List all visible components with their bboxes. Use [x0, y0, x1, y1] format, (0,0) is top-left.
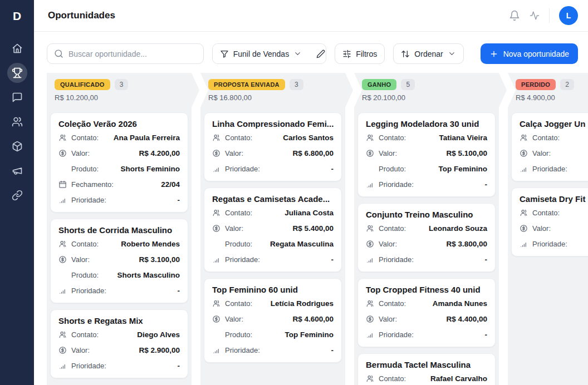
opportunity-card[interactable]: Conjunto Treino Masculino Contato: Leona…	[357, 203, 496, 272]
priority-icon	[58, 196, 67, 204]
trophy-icon	[12, 67, 23, 78]
column-header: GANHO 5 R$ 20.100,00	[354, 73, 507, 107]
chevron-down-icon	[293, 50, 302, 58]
card-field-row: Produto: Regata Masculina	[212, 236, 334, 251]
arrow-up-down-icon	[401, 50, 410, 58]
card-field-row: Valor:	[520, 145, 588, 161]
field-value: Roberto Mendes	[115, 240, 180, 248]
search-box[interactable]	[47, 43, 204, 64]
opportunity-card[interactable]: Regatas e Camisetas Acade... Contato: Ju…	[204, 187, 342, 272]
sidebar-item-home[interactable]	[7, 38, 27, 58]
opportunity-card[interactable]: Top Cropped Fitness 40 unid Contato: Ama…	[357, 278, 496, 347]
card-title: Legging Modeladora 30 unid	[366, 119, 487, 130]
field-value: R$ 4.200,00	[133, 149, 180, 157]
sidebar-item-users[interactable]	[7, 112, 27, 132]
field-value: R$ 6.800,00	[287, 149, 334, 157]
card-title: Shorts de Corrida Masculino	[58, 225, 180, 236]
card-title: Conjunto Treino Masculino	[366, 209, 487, 220]
field-label: Prioridade:	[71, 196, 106, 204]
bell-icon[interactable]	[509, 10, 520, 21]
field-value: Ana Paula Ferreira	[108, 134, 180, 142]
field-label: Produto:	[71, 165, 99, 173]
contact-icon	[520, 209, 528, 217]
card-title: Calça Jogger Un	[520, 119, 588, 130]
field-value: Juliana Costa	[279, 209, 334, 217]
toolbar: Funil de Vendas Filtros Ordenar Nova opo…	[34, 32, 588, 64]
card-field-row: Prioridade: -	[58, 358, 180, 373]
avatar[interactable]: L	[559, 6, 578, 25]
field-label: Valor:	[379, 315, 397, 323]
field-label: Contato:	[71, 240, 99, 248]
opportunity-card[interactable]: Camiseta Dry Fit Contato: Valor: Priorid…	[511, 187, 588, 256]
priority-icon	[366, 330, 374, 339]
contact-icon	[58, 330, 67, 339]
opportunity-card[interactable]: Shorts e Regatas Mix Contato: Diego Alve…	[50, 309, 188, 378]
card-fields: Contato: Tatiana Vieira Valor: R$ 5.100,…	[366, 130, 487, 192]
opportunity-card[interactable]: Legging Modeladora 30 unid Contato: Tati…	[357, 112, 496, 197]
sort-button[interactable]: Ordenar	[393, 43, 463, 64]
sidebar-item-megaphone[interactable]	[7, 161, 27, 181]
card-fields: Contato: Leonardo Souza Valor: R$ 3.800,…	[366, 220, 487, 267]
column-badge-row: QUALIFICADO 3	[55, 79, 192, 90]
field-value: Regata Masculina	[264, 240, 334, 248]
field-label: Contato:	[71, 330, 99, 339]
opportunity-card[interactable]: Linha Compressionado Femi... Contato: Ca…	[204, 112, 342, 181]
column-header: QUALIFICADO 3 R$ 10.200,00	[47, 73, 199, 107]
edit-funnel-button[interactable]	[309, 44, 326, 63]
stage-badge: PROPOSTA ENVIADA	[208, 79, 285, 90]
activity-icon[interactable]	[530, 11, 540, 21]
stage-badge: QUALIFICADO	[55, 79, 110, 90]
column-total: R$ 10.200,00	[55, 93, 192, 102]
field-label: Contato:	[532, 134, 560, 142]
card-field-row: Contato:	[520, 130, 588, 145]
priority-icon	[212, 346, 220, 354]
opportunity-card[interactable]: Coleção Verão 2026 Contato: Ana Paula Fe…	[50, 112, 188, 213]
field-label: Contato:	[379, 374, 406, 383]
field-label: Fechamento:	[71, 180, 114, 189]
app-logo: D	[13, 8, 21, 24]
sidebar-item-link[interactable]	[7, 185, 27, 205]
column-header: PROPOSTA ENVIADA 3 R$ 16.800,00	[200, 73, 353, 107]
field-value: -	[326, 255, 334, 264]
card-fields: Contato: Rafael Carvalho	[366, 371, 487, 385]
funnel-select-button[interactable]: Funil de Vendas	[213, 44, 309, 63]
field-value: Top Feminino	[280, 330, 334, 339]
field-value: Rafael Carvalho	[425, 374, 487, 383]
field-value: -	[479, 255, 488, 264]
field-label: Prioridade:	[379, 180, 414, 189]
opportunity-card[interactable]: Shorts de Corrida Masculino Contato: Rob…	[50, 219, 188, 303]
new-opportunity-button[interactable]: Nova oportunidade	[481, 43, 578, 64]
stage-count: 3	[115, 79, 129, 90]
card-field-row: Valor: R$ 3.800,00	[366, 236, 487, 251]
column-header: PERDIDO 2 R$ 4.900,00	[508, 73, 588, 107]
field-label: Valor:	[379, 149, 397, 157]
field-label: Prioridade:	[379, 255, 414, 264]
contact-icon	[366, 224, 374, 233]
card-field-row: Prioridade:	[520, 161, 588, 176]
product-icon	[212, 240, 220, 248]
card-fields: Contato: Letícia Rodrigues Valor: R$ 4.6…	[212, 295, 334, 358]
opportunity-card[interactable]: Top Feminino 60 unid Contato: Letícia Ro…	[204, 278, 342, 363]
field-label: Prioridade:	[71, 362, 106, 370]
priority-icon	[58, 362, 67, 370]
card-title: Regatas e Camisetas Acade...	[212, 194, 334, 205]
filters-button-label: Filtros	[356, 50, 377, 58]
sidebar-item-package[interactable]	[7, 136, 27, 156]
field-value: R$ 3.100,00	[133, 255, 180, 264]
topbar-actions: L	[509, 6, 578, 25]
search-input[interactable]	[68, 50, 197, 58]
card-field-row: Prioridade: -	[212, 342, 334, 358]
sidebar-item-chat[interactable]	[7, 87, 27, 107]
column-total: R$ 16.800,00	[208, 93, 345, 102]
filters-button[interactable]: Filtros	[335, 43, 385, 64]
opportunity-card[interactable]: Bermuda Tactel Masculina Contato: Rafael…	[357, 353, 496, 385]
sidebar-item-trophy[interactable]	[7, 63, 27, 83]
opportunity-card[interactable]: Calça Jogger Un Contato: Valor: Priorida…	[511, 112, 588, 181]
column-badge-row: PROPOSTA ENVIADA 3	[208, 79, 345, 90]
card-field-row: Prioridade: -	[366, 327, 487, 342]
sidebar: D	[0, 0, 34, 385]
field-label: Prioridade:	[532, 165, 567, 173]
field-label: Valor:	[71, 255, 90, 264]
field-label: Valor:	[71, 346, 90, 354]
card-field-row: Contato: Rafael Carvalho	[366, 371, 487, 385]
